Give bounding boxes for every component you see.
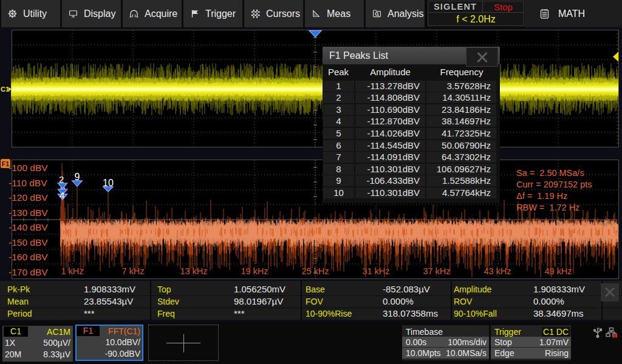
svg-text:-130 dBV: -130 dBV — [9, 207, 48, 218]
svg-text:Curr = 2097152 pts: Curr = 2097152 pts — [516, 180, 592, 189]
svg-text:-170 dBV: -170 dBV — [9, 267, 48, 277]
svg-text:-120 dBV: -120 dBV — [9, 192, 48, 203]
svg-text:-110 dBV: -110 dBV — [9, 178, 47, 188]
svg-text:13 kHz: 13 kHz — [180, 266, 207, 276]
svg-text:Sa = 2.50 MSa/s: Sa = 2.50 MSa/s — [516, 168, 584, 178]
svg-text:RBW = 1.72 Hz: RBW = 1.72 Hz — [516, 203, 579, 212]
svg-text:-140 dBV: -140 dBV — [9, 222, 48, 232]
svg-text:Δf = 1.19 Hz: Δf = 1.19 Hz — [516, 191, 567, 201]
svg-text:37 kHz: 37 kHz — [423, 266, 450, 276]
svg-text:4: 4 — [60, 190, 64, 200]
svg-text:31 kHz: 31 kHz — [362, 266, 389, 276]
svg-text:-100 dBV: -100 dBV — [9, 163, 48, 173]
svg-text:49 kHz: 49 kHz — [544, 266, 572, 276]
svg-text:19 kHz: 19 kHz — [241, 266, 268, 276]
svg-text:-160 dBV: -160 dBV — [9, 252, 48, 262]
svg-text:C1: C1 — [1, 86, 9, 93]
svg-text:-150 dBV: -150 dBV — [9, 237, 48, 248]
svg-text:1 kHz: 1 kHz — [61, 266, 83, 276]
svg-text:7 kHz: 7 kHz — [121, 266, 144, 276]
